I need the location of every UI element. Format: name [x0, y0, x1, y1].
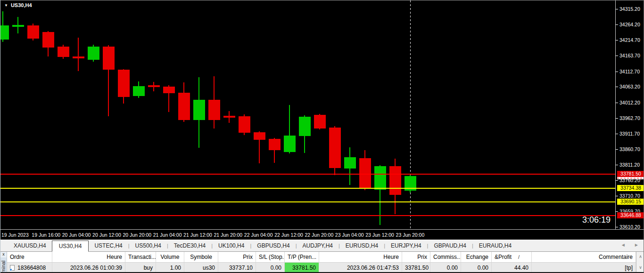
hidden-label-dashes	[617, 178, 644, 178]
time-tick-label: 22 Jun 04:00	[244, 232, 273, 238]
mt4-window: ▼ US30,H4 3:06:19 34315.2034264.2034214.…	[0, 0, 644, 273]
chart-tab-eurjpy-h4[interactable]: EURJPY,H4	[385, 241, 427, 250]
time-axis[interactable]: 19 Jun 202319 Jun 16:0020 Jun 04:0020 Ju…	[0, 229, 644, 240]
order-cell: 183664808	[7, 263, 52, 273]
time-tick-label: 21 Jun 04:00	[153, 232, 182, 238]
chart-tab-tecde30-h4[interactable]: TecDE30,H4	[168, 241, 211, 250]
price-level-badge: 33646.88	[617, 212, 644, 218]
chart-dropdown-icon[interactable]: ▼	[4, 3, 8, 8]
price-tick	[616, 24, 618, 25]
chart-tab-us500-h4[interactable]: US500,H4	[130, 241, 167, 250]
column-header-commiss-[interactable]: Commiss...	[430, 252, 461, 262]
price-level-line[interactable]	[0, 215, 615, 216]
current-time-dashed-line	[410, 0, 411, 229]
order-cell: 0.00	[256, 263, 285, 273]
sort-indicator-icon[interactable]: /	[518, 254, 520, 260]
chart-tab-audjpy-h4[interactable]: AUDJPY,H4	[297, 241, 339, 250]
time-tick-label: 23 Jun 20:00	[396, 232, 425, 238]
price-tick	[616, 180, 618, 181]
price-tick	[616, 87, 618, 87]
order-cell: 1.00	[156, 263, 184, 273]
time-tick-label: 23 Jun 12:00	[365, 232, 394, 238]
candle-body	[42, 32, 54, 48]
price-tick-label: 33860.70	[619, 146, 640, 152]
column-header-transacti-[interactable]: Transacti...	[125, 252, 156, 262]
candle-body	[299, 117, 311, 136]
column-header-heure[interactable]: Heure	[319, 252, 402, 262]
chart-tab-gbpusd-h4[interactable]: GBPUSD,H4	[251, 241, 295, 250]
column-header-prix[interactable]: Prix	[218, 252, 256, 262]
column-header--profit[interactable]: &Profit/	[492, 252, 532, 262]
order-cell: us30	[184, 263, 218, 273]
terminal-close-button[interactable]: x	[0, 252, 7, 257]
price-level-line[interactable]	[0, 188, 615, 189]
order-cell: 33737.10	[218, 263, 256, 273]
scroll-up-icon[interactable]: ∧	[636, 254, 644, 259]
candle-body	[254, 132, 265, 140]
chart-tab-euraud-h4[interactable]: EURAUD,H4	[473, 241, 517, 250]
column-header-prix[interactable]: Prix	[402, 252, 430, 262]
order-cell: 0.00	[430, 263, 461, 273]
candle-body	[118, 70, 130, 97]
chart-plot[interactable]: ▼ US30,H4 3:06:19	[0, 0, 615, 229]
candle-body	[208, 100, 220, 120]
chart-tab-eurusd-h4[interactable]: EURUSD,H4	[340, 241, 384, 250]
chart-tab-ustec-h4[interactable]: USTEC,H4	[89, 241, 128, 250]
candle-body	[0, 25, 9, 40]
time-tick-label: 21 Jun 20:00	[214, 232, 242, 238]
tab-scroll-left-icon[interactable]: ◀	[622, 243, 625, 247]
order-cell: 2023.06.26 01:00:39	[52, 263, 125, 273]
candle-body	[133, 86, 145, 96]
column-header-echange[interactable]: Echange	[461, 252, 492, 262]
order-cell: 33781.50	[402, 263, 430, 273]
candle-body	[223, 116, 235, 118]
time-tick-label: 20 Jun 12:00	[92, 232, 121, 238]
orders-table-scrollbar[interactable]: ∧ ∨	[636, 252, 644, 273]
chart-symbol-label[interactable]: ▼ US30,H4	[4, 2, 32, 8]
price-tick	[616, 103, 618, 103]
order-document-icon	[10, 265, 15, 271]
price-tick	[616, 118, 618, 119]
candle-body	[88, 47, 99, 60]
price-level-badge: 33781.50	[617, 171, 644, 177]
chart-tab-us30-h4[interactable]: US30,H4	[52, 241, 89, 252]
price-tick-label: 34214.70	[619, 37, 640, 43]
scroll-down-icon[interactable]: ∨	[636, 265, 644, 270]
chart-tab-xauusd-h4[interactable]: XAUUSD,H4	[8, 241, 52, 250]
time-tick-label: 23 Jun 04:00	[335, 232, 364, 238]
chart-tab-gbpaud-h4[interactable]: GBPAUD,H4	[428, 241, 471, 250]
tab-scroll-right-icon[interactable]: ▶	[635, 243, 638, 247]
price-tick-label: 34264.20	[619, 22, 640, 27]
time-tick-label: 22 Jun 20:00	[305, 232, 334, 238]
candle-body	[193, 100, 205, 120]
candle-body	[12, 25, 24, 27]
price-level-line[interactable]	[0, 201, 615, 202]
column-header-t-p-pren-[interactable]: T/P (Pren...	[285, 252, 319, 262]
column-header-heure[interactable]: Heure	[52, 252, 125, 262]
orders-table-header-row: OrdreHeureTransacti...VolumeSymbolePrixS…	[7, 252, 636, 263]
price-level-line[interactable]	[0, 174, 615, 175]
chart-tab-uk100-h4[interactable]: UK100,H4	[213, 241, 250, 250]
price-tick	[616, 9, 618, 9]
price-axis[interactable]: 34315.2034264.2034214.7034163.7034112.70…	[615, 0, 644, 229]
column-header-commentaire[interactable]: Commentaire	[532, 252, 636, 262]
column-header-ordre[interactable]: Ordre	[7, 252, 52, 262]
order-row[interactable]: 1836648082023.06.26 01:00:39buy1.00us303…	[7, 263, 636, 273]
order-cell: 2023.06.26 01:47:53	[319, 263, 402, 273]
time-tick-label: 19 Jun 2023	[1, 232, 29, 238]
column-header-volume[interactable]: Volume	[156, 252, 184, 262]
time-tick-label: 22 Jun 12:00	[274, 232, 303, 238]
terminal-side-strip: x Terminal	[0, 252, 7, 273]
column-header-s-l-stop-[interactable]: S/L (Stop...	[256, 252, 285, 262]
candle-body	[269, 139, 281, 150]
candle-body	[163, 87, 175, 93]
chart-symbol-text: US30,H4	[11, 2, 32, 8]
candle-body	[27, 25, 39, 39]
candle-wick	[78, 38, 79, 71]
column-header-symbole[interactable]: Symbole	[184, 252, 218, 262]
candle-body	[178, 93, 190, 120]
candle-body	[344, 157, 356, 169]
price-tick-label: 34012.20	[619, 100, 640, 105]
price-tick-label: 33710.70	[619, 193, 640, 199]
order-cell: buy	[125, 263, 156, 273]
